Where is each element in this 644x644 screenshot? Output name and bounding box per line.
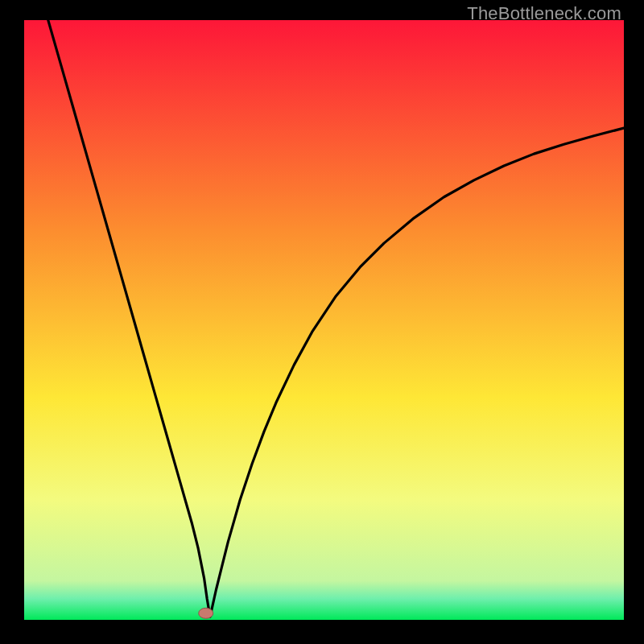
chart-frame: TheBottleneck.com bbox=[0, 0, 644, 644]
plot-area bbox=[24, 20, 624, 620]
watermark-text: TheBottleneck.com bbox=[467, 3, 621, 24]
chart-svg bbox=[24, 20, 624, 620]
optimum-marker bbox=[199, 608, 213, 618]
gradient-background bbox=[24, 20, 624, 620]
